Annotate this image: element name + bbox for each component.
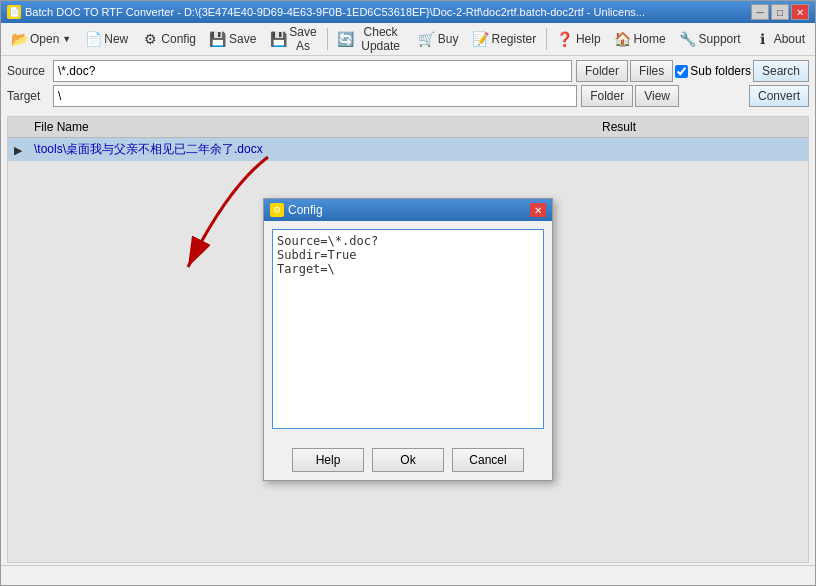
title-bar: 📄 Batch DOC TO RTF Converter - D:\{3E474…: [1, 1, 815, 23]
buy-button[interactable]: 🛒 Buy: [413, 26, 465, 52]
target-label: Target: [7, 89, 49, 103]
register-button[interactable]: 📝 Register: [467, 26, 543, 52]
separator-1: [327, 28, 328, 50]
help-icon: ❓: [557, 31, 573, 47]
config-help-button[interactable]: Help: [292, 448, 364, 472]
home-button[interactable]: 🏠 Home: [609, 26, 672, 52]
source-label: Source: [7, 64, 49, 78]
help-button[interactable]: ❓ Help: [551, 26, 607, 52]
config-textarea[interactable]: Source=\*.doc? Subdir=True Target=\: [272, 229, 544, 429]
open-button[interactable]: 📂 Open ▼: [5, 26, 77, 52]
home-icon: 🏠: [615, 31, 631, 47]
config-button[interactable]: ⚙ Config: [136, 26, 202, 52]
save-button[interactable]: 💾 Save: [204, 26, 262, 52]
source-row: Source Folder Files Sub folders Search: [7, 60, 809, 82]
new-button[interactable]: 📄 New: [79, 26, 134, 52]
target-input[interactable]: [53, 85, 577, 107]
about-button[interactable]: ℹ About: [749, 26, 811, 52]
target-buttons: Folder View Convert: [581, 85, 809, 107]
config-close-button[interactable]: ✕: [530, 203, 546, 217]
maximize-button[interactable]: □: [771, 4, 789, 20]
separator-2: [546, 28, 547, 50]
window-controls: ─ □ ✕: [751, 4, 809, 20]
target-view-button[interactable]: View: [635, 85, 679, 107]
open-icon: 📂: [11, 31, 27, 47]
target-row: Target Folder View Convert: [7, 85, 809, 107]
subfolders-checkbox[interactable]: [675, 65, 688, 78]
support-icon: 🔧: [680, 31, 696, 47]
title-text: Batch DOC TO RTF Converter - D:\{3E474E4…: [25, 6, 751, 18]
modal-overlay: ⚙ Config ✕ Source=\*.doc? Subdir=True Ta…: [8, 117, 808, 562]
buy-icon: 🛒: [419, 31, 435, 47]
source-folder-button[interactable]: Folder: [576, 60, 628, 82]
saveas-button[interactable]: 💾 Save As: [264, 26, 322, 52]
source-buttons: Folder Files Sub folders Search: [576, 60, 809, 82]
subfolders-label: Sub folders: [675, 60, 751, 82]
config-icon: ⚙: [142, 31, 158, 47]
update-icon: 🔄: [337, 31, 353, 47]
source-files-button[interactable]: Files: [630, 60, 673, 82]
support-button[interactable]: 🔧 Support: [674, 26, 747, 52]
convert-button[interactable]: Convert: [749, 85, 809, 107]
about-icon: ℹ: [755, 31, 771, 47]
checkupdate-button[interactable]: 🔄 Check Update: [331, 26, 410, 52]
main-window: 📄 Batch DOC TO RTF Converter - D:\{3E474…: [0, 0, 816, 586]
new-icon: 📄: [85, 31, 101, 47]
config-dialog-icon: ⚙: [270, 203, 284, 217]
config-titlebar: ⚙ Config ✕: [264, 199, 552, 221]
config-footer: Help Ok Cancel: [264, 440, 552, 480]
save-icon: 💾: [210, 31, 226, 47]
register-icon: 📝: [473, 31, 489, 47]
config-dialog-title: Config: [288, 203, 530, 217]
app-icon: 📄: [7, 5, 21, 19]
config-body: Source=\*.doc? Subdir=True Target=\: [264, 221, 552, 440]
form-area: Source Folder Files Sub folders Search T…: [1, 56, 815, 114]
source-input[interactable]: [53, 60, 572, 82]
close-button[interactable]: ✕: [791, 4, 809, 20]
toolbar: 📂 Open ▼ 📄 New ⚙ Config 💾 Save 💾 Save As…: [1, 23, 815, 56]
saveas-icon: 💾: [270, 31, 286, 47]
config-cancel-button[interactable]: Cancel: [452, 448, 524, 472]
status-bar: [1, 565, 815, 585]
config-dialog: ⚙ Config ✕ Source=\*.doc? Subdir=True Ta…: [263, 198, 553, 481]
minimize-button[interactable]: ─: [751, 4, 769, 20]
target-folder-button[interactable]: Folder: [581, 85, 633, 107]
search-button[interactable]: Search: [753, 60, 809, 82]
config-ok-button[interactable]: Ok: [372, 448, 444, 472]
file-table: File Name Result ▶ \tools\桌面我与父亲不相见已二年余了…: [7, 116, 809, 563]
